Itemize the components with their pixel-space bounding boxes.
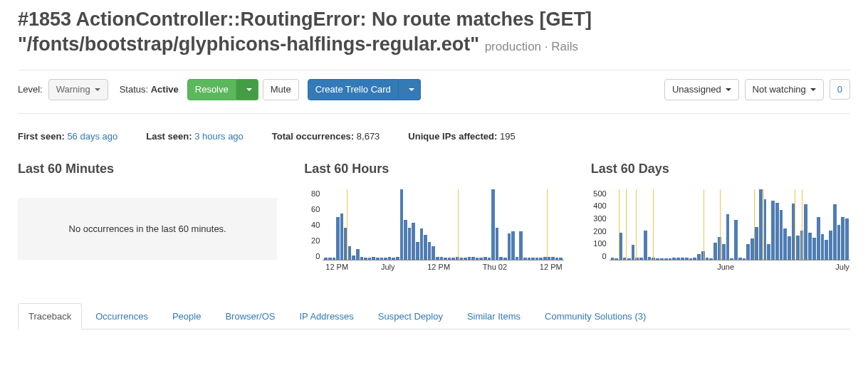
bar (496, 228, 499, 260)
chart-title: Last 60 Hours (304, 162, 563, 176)
tab-people[interactable]: People (162, 303, 211, 329)
bar (555, 258, 559, 259)
tab-traceback[interactable]: Traceback (18, 303, 82, 329)
bar (488, 258, 491, 259)
bar (746, 244, 750, 260)
bar (734, 220, 738, 259)
bar (738, 258, 742, 259)
level-select[interactable]: Warning (48, 79, 108, 100)
bar (539, 258, 543, 259)
status-label: Status: Active (120, 84, 179, 95)
chevron-down-icon (726, 88, 731, 91)
bar (709, 258, 713, 260)
bar (511, 231, 515, 260)
bar (392, 258, 395, 259)
bar (627, 258, 631, 260)
bar (516, 257, 519, 260)
bar (648, 257, 652, 260)
bar (817, 217, 820, 259)
bar (660, 258, 664, 260)
resolve-button[interactable]: Resolve (187, 79, 236, 100)
chart-panel-minutes: Last 60 Minutes No occurrences in the la… (18, 162, 277, 275)
bar (771, 201, 775, 260)
unique-ips: Unique IPs affected: 195 (408, 131, 515, 142)
deploy-marker (720, 189, 721, 260)
bar (755, 227, 758, 260)
watch-select[interactable]: Not watching (745, 79, 824, 100)
tab-occurrences[interactable]: Occurrences (85, 303, 159, 329)
stats-row: First seen: 56 days ago Last seen: 3 hou… (18, 131, 850, 142)
bar (551, 257, 555, 260)
bar (471, 257, 475, 260)
bar (685, 258, 689, 259)
bar (528, 258, 531, 259)
assign-select[interactable]: Unassigned (664, 79, 739, 100)
create-trello-dropdown[interactable] (399, 79, 421, 100)
bar (468, 257, 471, 260)
watch-count[interactable]: 0 (830, 79, 850, 100)
bar (376, 258, 380, 259)
bar (726, 214, 730, 259)
deploy-marker (704, 189, 704, 260)
bar (808, 233, 812, 260)
bar (664, 258, 668, 260)
chevron-down-icon (409, 88, 414, 91)
mute-button[interactable]: Mute (263, 79, 299, 100)
bar (440, 257, 444, 260)
deploy-marker (547, 189, 548, 260)
last-seen-link[interactable]: 3 hours ago (194, 131, 244, 142)
bar (611, 258, 615, 260)
bar (759, 189, 763, 260)
bar (523, 258, 527, 259)
tab-suspect-deploy[interactable]: Suspect Deploy (367, 303, 454, 329)
bar (432, 246, 435, 260)
bar (424, 235, 427, 260)
bar (451, 258, 455, 259)
bar (412, 223, 415, 260)
tab-browser-os[interactable]: Browser/OS (214, 303, 286, 329)
bar (333, 258, 336, 259)
chart-days: 5004003002001000JuneJuly (591, 189, 850, 275)
bar (491, 189, 495, 260)
page-title: #1853 ActionController::RoutingError: No… (18, 7, 850, 57)
bar (448, 258, 451, 259)
deploy-marker (636, 189, 637, 260)
bar (328, 258, 332, 259)
bar (531, 258, 535, 259)
bar (672, 258, 676, 260)
deploy-marker (653, 189, 654, 260)
deploy-marker (619, 189, 619, 260)
bar (372, 257, 375, 260)
resolve-dropdown[interactable] (236, 79, 258, 100)
bar (775, 203, 779, 260)
first-seen-link[interactable]: 56 days ago (67, 131, 117, 142)
bar (356, 249, 360, 260)
bar (669, 258, 672, 260)
bar (388, 257, 392, 260)
bar (697, 254, 701, 260)
bar (693, 258, 696, 259)
chart-hours: 80604020012 PMJuly12 PMThu 0212 PM (304, 189, 563, 275)
total-occurrences: Total occurrences: 8,673 (272, 131, 380, 142)
chart-title: Last 60 Days (591, 162, 850, 176)
deploy-marker (754, 189, 755, 260)
bar (639, 258, 643, 260)
bar (436, 257, 439, 260)
tab-similar-items[interactable]: Similar Items (456, 303, 531, 329)
chevron-down-icon (246, 88, 252, 91)
deploy-marker (802, 189, 802, 260)
bar (656, 258, 659, 260)
deploy-marker (626, 189, 627, 260)
chart-panel-hours: Last 60 Hours 80604020012 PMJuly12 PMThu… (304, 162, 563, 275)
divider (18, 70, 850, 70)
bar (743, 258, 746, 260)
empty-state: No occurrences in the last 60 minutes. (18, 198, 277, 260)
bar (730, 258, 733, 260)
bar (548, 257, 551, 260)
create-trello-button[interactable]: Create Trello Card (308, 79, 399, 100)
tab-community-solutions-3[interactable]: Community Solutions (3) (534, 303, 657, 329)
bar (833, 204, 837, 260)
bar (676, 258, 680, 260)
bar (559, 258, 563, 259)
tab-ip-addresses[interactable]: IP Addresses (288, 303, 364, 329)
